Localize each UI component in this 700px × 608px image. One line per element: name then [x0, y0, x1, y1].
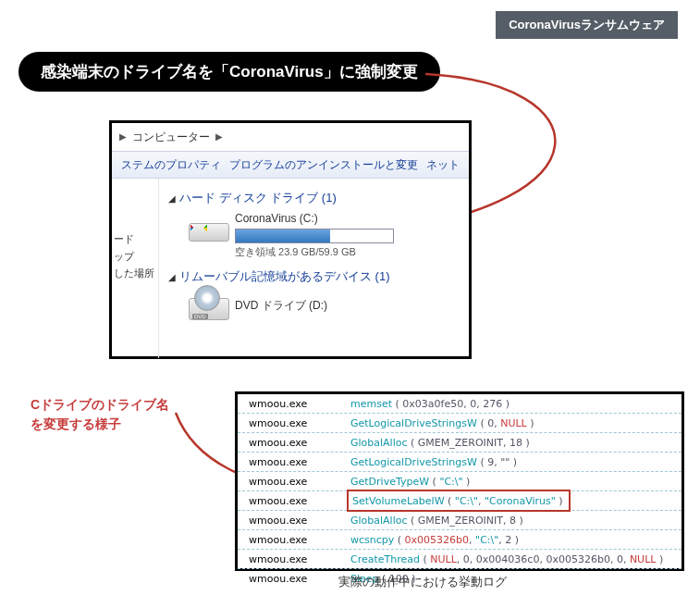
- explorer-sidebar: ード ップ した場所: [112, 179, 159, 358]
- dvd-name: DVD ドライブ (D:): [235, 298, 460, 314]
- log-process: wmoou.exe: [249, 437, 350, 449]
- log-process: wmoou.exe: [249, 515, 350, 527]
- log-fn: SetVolumeLabelW: [352, 495, 445, 507]
- log-row: wmoou.exe GlobalAlloc ( GMEM_ZEROINIT, 8…: [238, 511, 682, 530]
- log-row: wmoou.exe memset ( 0x03a0fe50, 0, 276 ): [238, 394, 682, 414]
- chevron-right-icon: ▶: [119, 123, 127, 151]
- log-fn: CreateThread: [350, 553, 420, 565]
- explorer-window: ▶ コンピューター ▶ ステムのプロパティ プログラムのアンインストールと変更 …: [109, 120, 472, 359]
- annotation-drive-rename: Cドライブのドライブ名 を変更する様子: [31, 395, 169, 434]
- removable-section-label: リムーバブル記憶域があるデバイス (1): [179, 268, 390, 285]
- caret-down-icon: ◢: [168, 272, 176, 282]
- log-row-highlighted: wmoou.exe SetVolumeLabelW ( "C:\", "Coro…: [238, 491, 682, 511]
- log-row: wmoou.exe wcsncpy ( 0x005326b0, "C:\", 2…: [238, 530, 682, 550]
- breadcrumb[interactable]: ▶ コンピューター ▶: [112, 123, 469, 152]
- dvd-row[interactable]: DVD DVD ドライブ (D:): [189, 291, 460, 320]
- annotation-line1: Cドライブのドライブ名: [31, 395, 169, 415]
- removable-section-header[interactable]: ◢ リムーバブル記憶域があるデバイス (1): [168, 268, 460, 285]
- drive-c-row[interactable]: CoronaVirus (C:) 空き領域 23.9 GB/59.9 GB: [189, 212, 460, 259]
- domain-tag: CoronaVirusランサムウェア: [496, 11, 678, 39]
- log-fn: GlobalAlloc: [350, 437, 408, 449]
- log-row: wmoou.exe GetLogicalDriveStringsW ( 9, "…: [238, 453, 682, 472]
- log-caption: 実際の動作中における挙動ログ: [338, 574, 507, 590]
- log-process: wmoou.exe: [249, 495, 350, 507]
- log-fn: memset: [350, 398, 392, 410]
- log-process: wmoou.exe: [249, 534, 350, 546]
- log-row: wmoou.exe GlobalAlloc ( GMEM_ZEROINIT, 1…: [238, 433, 682, 453]
- headline-pill: 感染端末のドライブ名を「CoronaVirus」に強制変更: [18, 52, 440, 92]
- dvd-drive-icon: DVD: [189, 291, 227, 320]
- log-row: wmoou.exe GetLogicalDriveStringsW ( 0, N…: [238, 414, 682, 433]
- chevron-right-icon: ▶: [215, 123, 223, 151]
- log-args: ( 0x03a0fe50, 0, 276 ): [392, 398, 510, 410]
- menu-uninstall[interactable]: プログラムのアンインストールと変更: [229, 152, 418, 178]
- menu-network[interactable]: ネット: [426, 152, 460, 178]
- log-process: wmoou.exe: [249, 398, 350, 410]
- sidebar-fragment: ップ: [114, 248, 158, 266]
- menu-system-properties[interactable]: ステムのプロパティ: [121, 152, 221, 178]
- explorer-menubar: ステムのプロパティ プログラムのアンインストールと変更 ネット: [112, 152, 469, 179]
- sidebar-fragment: した場所: [114, 265, 158, 282]
- log-process: wmoou.exe: [249, 573, 350, 585]
- hdd-section-header[interactable]: ◢ ハード ディスク ドライブ (1): [168, 190, 460, 206]
- explorer-main: ◢ ハード ディスク ドライブ (1) CoronaVirus (C:) 空き領…: [159, 179, 469, 358]
- annotation-line2: を変更する様子: [31, 415, 169, 434]
- dvd-badge: DVD: [192, 314, 208, 319]
- setvolumelabel-highlight: SetVolumeLabelW ( "C:\", "CoronaVirus" ): [347, 490, 571, 512]
- caret-down-icon: ◢: [168, 193, 176, 204]
- log-row: wmoou.exe CreateThread ( NULL, 0, 0x0040…: [238, 550, 682, 569]
- hdd-icon: [189, 212, 227, 242]
- log-row: wmoou.exe GetDriveTypeW ( "C:\" ): [238, 472, 682, 491]
- log-fn: GetLogicalDriveStringsW: [350, 456, 477, 468]
- log-fn: GlobalAlloc: [350, 515, 408, 527]
- sidebar-fragment: ード: [114, 230, 158, 248]
- drive-c-usage-bar: [235, 229, 394, 243]
- log-fn: GetLogicalDriveStringsW: [350, 417, 477, 429]
- log-fn: GetDriveTypeW: [350, 476, 429, 488]
- breadcrumb-label: コンピューター: [132, 123, 210, 151]
- behaviour-log: wmoou.exe memset ( 0x03a0fe50, 0, 276 ) …: [235, 391, 684, 571]
- drive-c-free: 空き領域 23.9 GB/59.9 GB: [235, 245, 460, 259]
- log-process: wmoou.exe: [249, 476, 350, 488]
- hdd-section-label: ハード ディスク ドライブ (1): [179, 190, 337, 206]
- log-process: wmoou.exe: [249, 456, 350, 468]
- drive-c-name: CoronaVirus (C:): [235, 212, 460, 225]
- log-process: wmoou.exe: [249, 417, 350, 429]
- log-process: wmoou.exe: [249, 553, 350, 565]
- log-fn: wcsncpy: [350, 534, 394, 546]
